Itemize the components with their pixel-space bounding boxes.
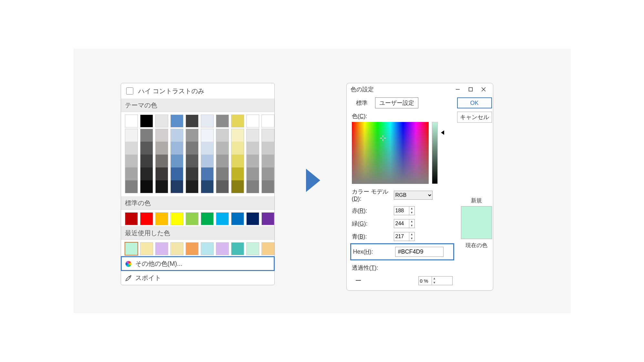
color-swatch[interactable] <box>140 180 153 193</box>
high-contrast-checkbox[interactable] <box>126 87 133 95</box>
maximize-icon[interactable] <box>466 85 475 94</box>
red-spin-up[interactable]: ▲ <box>409 206 414 211</box>
tab-custom[interactable]: ユーザー設定 <box>375 97 418 108</box>
color-swatch[interactable] <box>216 167 229 180</box>
color-swatch[interactable] <box>155 212 168 225</box>
close-icon[interactable] <box>479 85 488 94</box>
green-spin-down[interactable]: ▼ <box>409 224 414 228</box>
color-swatch[interactable] <box>216 129 229 142</box>
color-swatch[interactable] <box>155 167 168 180</box>
color-swatch[interactable] <box>186 129 199 142</box>
color-swatch[interactable] <box>261 167 274 180</box>
color-swatch[interactable] <box>231 142 244 155</box>
color-swatch[interactable] <box>186 212 199 225</box>
color-swatch[interactable] <box>186 115 199 127</box>
color-swatch[interactable] <box>170 155 183 167</box>
ok-button[interactable]: OK <box>457 97 492 108</box>
color-swatch[interactable] <box>246 212 259 225</box>
color-swatch[interactable] <box>140 167 153 180</box>
color-swatch[interactable] <box>125 242 138 255</box>
color-swatch[interactable] <box>246 155 259 167</box>
color-swatch[interactable] <box>170 212 183 225</box>
color-swatch[interactable] <box>155 180 168 193</box>
color-swatch[interactable] <box>201 129 214 142</box>
color-model-select[interactable]: RGB <box>394 191 433 200</box>
color-swatch[interactable] <box>231 212 244 225</box>
blue-input[interactable] <box>394 233 409 240</box>
color-swatch[interactable] <box>261 142 274 155</box>
color-swatch[interactable] <box>216 155 229 167</box>
trans-spin-down[interactable]: ▼ <box>432 281 437 285</box>
color-swatch[interactable] <box>186 155 199 167</box>
color-swatch[interactable] <box>125 212 138 225</box>
color-swatch[interactable] <box>186 180 199 193</box>
color-swatch[interactable] <box>155 155 168 167</box>
color-swatch[interactable] <box>246 180 259 193</box>
color-swatch[interactable] <box>125 167 138 180</box>
color-swatch[interactable] <box>140 155 153 167</box>
color-swatch[interactable] <box>125 155 138 167</box>
color-swatch[interactable] <box>155 142 168 155</box>
color-swatch[interactable] <box>155 242 168 255</box>
color-swatch[interactable] <box>231 115 244 127</box>
color-swatch[interactable] <box>170 167 183 180</box>
color-swatch[interactable] <box>216 242 229 255</box>
color-swatch[interactable] <box>170 180 183 193</box>
color-swatch[interactable] <box>231 180 244 193</box>
color-swatch[interactable] <box>201 167 214 180</box>
color-swatch[interactable] <box>261 129 274 142</box>
color-swatch[interactable] <box>186 167 199 180</box>
color-swatch[interactable] <box>155 115 168 127</box>
color-swatch[interactable] <box>125 142 138 155</box>
color-swatch[interactable] <box>231 155 244 167</box>
color-swatch[interactable] <box>140 212 153 225</box>
green-input[interactable] <box>394 220 409 227</box>
color-swatch[interactable] <box>261 180 274 193</box>
color-swatch[interactable] <box>155 129 168 142</box>
color-swatch[interactable] <box>231 242 244 255</box>
color-swatch[interactable] <box>170 142 183 155</box>
color-swatch[interactable] <box>170 115 183 127</box>
color-swatch[interactable] <box>125 180 138 193</box>
color-swatch[interactable] <box>246 167 259 180</box>
color-swatch[interactable] <box>246 142 259 155</box>
color-swatch[interactable] <box>201 242 214 255</box>
green-spin-up[interactable]: ▲ <box>409 219 414 224</box>
color-swatch[interactable] <box>140 242 153 255</box>
color-swatch[interactable] <box>261 242 274 255</box>
color-swatch[interactable] <box>125 129 138 142</box>
color-swatch[interactable] <box>201 180 214 193</box>
eyedropper-button[interactable]: スポイト <box>121 271 274 285</box>
color-swatch[interactable] <box>140 115 153 127</box>
color-swatch[interactable] <box>201 115 214 127</box>
color-swatch[interactable] <box>140 142 153 155</box>
more-colors-button[interactable]: その他の色(M)... <box>121 256 274 271</box>
color-spectrum[interactable] <box>352 122 429 184</box>
color-swatch[interactable] <box>216 212 229 225</box>
color-swatch[interactable] <box>201 212 214 225</box>
minimize-icon[interactable] <box>454 85 462 94</box>
high-contrast-row[interactable]: ハイ コントラストのみ <box>121 83 274 99</box>
transparency-input[interactable] <box>419 277 432 285</box>
color-swatch[interactable] <box>186 242 199 255</box>
color-swatch[interactable] <box>261 155 274 167</box>
cancel-button[interactable]: キャンセル <box>457 112 492 123</box>
red-spin-down[interactable]: ▼ <box>409 211 414 215</box>
color-swatch[interactable] <box>186 142 199 155</box>
color-swatch[interactable] <box>246 242 259 255</box>
color-swatch[interactable] <box>216 115 229 127</box>
color-swatch[interactable] <box>170 129 183 142</box>
color-swatch[interactable] <box>246 129 259 142</box>
color-swatch[interactable] <box>201 142 214 155</box>
color-swatch[interactable] <box>246 115 259 127</box>
hex-input[interactable] <box>395 247 444 257</box>
color-swatch[interactable] <box>201 155 214 167</box>
color-swatch[interactable] <box>261 115 274 127</box>
blue-spin-down[interactable]: ▼ <box>409 236 414 241</box>
color-swatch[interactable] <box>170 242 183 255</box>
color-swatch[interactable] <box>216 142 229 155</box>
color-swatch[interactable] <box>261 212 274 225</box>
blue-spin-up[interactable]: ▲ <box>409 232 414 236</box>
tab-standard[interactable]: 標準 <box>352 97 372 108</box>
color-swatch[interactable] <box>140 129 153 142</box>
